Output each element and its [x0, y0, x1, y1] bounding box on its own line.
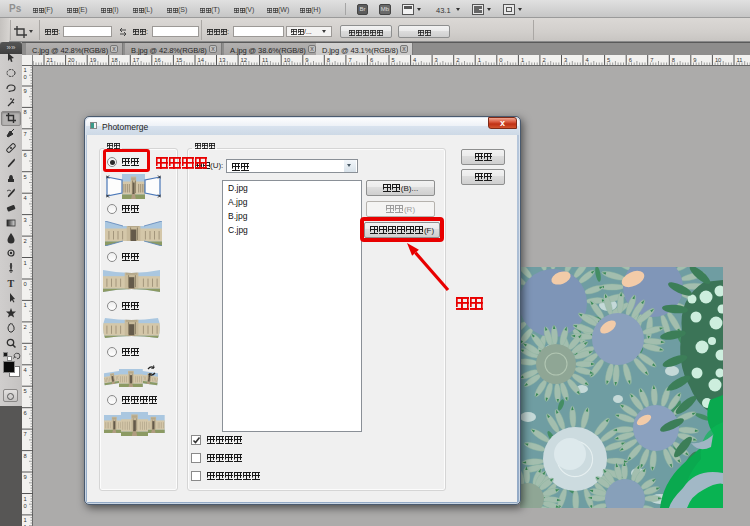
svg-text:5: 5 — [607, 57, 610, 63]
svg-text:9: 9 — [693, 57, 696, 63]
svg-text:3: 3 — [435, 57, 438, 63]
svg-text:7: 7 — [24, 131, 27, 137]
svg-text:0: 0 — [24, 74, 27, 80]
svg-text:T: T — [8, 278, 15, 289]
svg-text:14: 14 — [198, 57, 205, 63]
svg-text:0: 0 — [24, 503, 27, 509]
svg-text:16: 16 — [154, 57, 160, 63]
svg-text:0: 0 — [24, 281, 27, 287]
svg-text:21: 21 — [47, 57, 53, 63]
svg-text:7: 7 — [24, 431, 27, 437]
svg-text:5: 5 — [24, 388, 27, 394]
svg-text:1: 1 — [478, 57, 481, 63]
svg-text:2: 2 — [542, 57, 545, 63]
svg-text:17: 17 — [133, 57, 139, 63]
svg-text:1: 1 — [24, 517, 27, 523]
svg-text:3: 3 — [24, 217, 27, 223]
svg-text:12: 12 — [241, 57, 247, 63]
svg-text:19: 19 — [90, 57, 96, 63]
svg-text:2: 2 — [456, 57, 459, 63]
svg-text:7: 7 — [650, 57, 653, 63]
svg-text:10: 10 — [284, 57, 290, 63]
svg-text:11: 11 — [262, 57, 268, 63]
svg-text:1: 1 — [521, 57, 524, 63]
svg-text:6: 6 — [24, 152, 27, 158]
svg-text:3: 3 — [24, 345, 27, 351]
svg-text:9: 9 — [305, 57, 308, 63]
svg-text:8: 8 — [327, 57, 330, 63]
svg-text:1: 1 — [24, 67, 27, 73]
svg-text:13: 13 — [219, 57, 225, 63]
svg-text:7: 7 — [348, 57, 351, 63]
svg-text:5: 5 — [392, 57, 395, 63]
svg-text:8: 8 — [672, 57, 675, 63]
svg-text:9: 9 — [24, 474, 27, 480]
svg-text:1: 1 — [24, 260, 27, 266]
svg-text:18: 18 — [111, 57, 117, 63]
svg-text:1: 1 — [24, 302, 27, 308]
svg-text:5: 5 — [24, 174, 27, 180]
svg-text:3: 3 — [564, 57, 567, 63]
svg-text:10: 10 — [715, 57, 721, 63]
svg-text:6: 6 — [629, 57, 632, 63]
svg-text:1: 1 — [24, 496, 27, 502]
svg-text:6: 6 — [370, 57, 373, 63]
svg-text:8: 8 — [24, 109, 27, 115]
svg-text:2: 2 — [24, 238, 27, 244]
svg-text:8: 8 — [24, 453, 27, 459]
svg-text:2: 2 — [24, 324, 27, 330]
svg-text:15: 15 — [176, 57, 182, 63]
svg-text:6: 6 — [24, 410, 27, 416]
svg-text:0: 0 — [499, 57, 502, 63]
svg-text:11: 11 — [737, 57, 743, 63]
svg-text:20: 20 — [68, 57, 74, 63]
svg-text:9: 9 — [24, 88, 27, 94]
